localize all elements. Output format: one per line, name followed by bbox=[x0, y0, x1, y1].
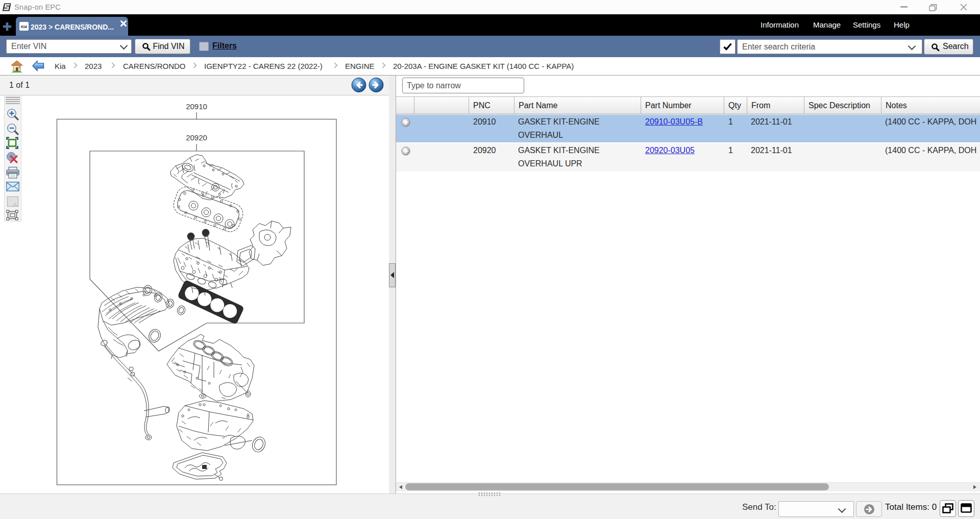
svg-text:20910: 20910 bbox=[186, 102, 207, 111]
svg-text:20920: 20920 bbox=[186, 133, 207, 142]
